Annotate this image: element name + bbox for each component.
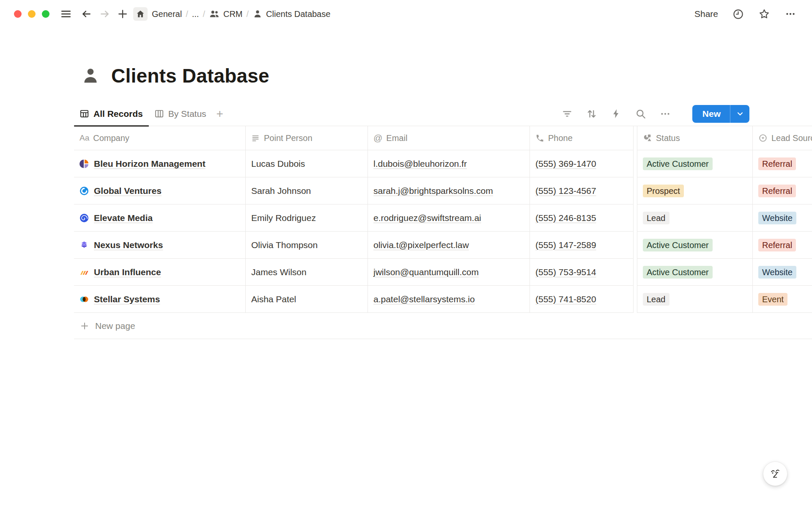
email-link[interactable]: e.rodriguez@swiftstream.ai xyxy=(373,213,481,223)
company-cell[interactable]: Nexus Networks xyxy=(74,232,246,259)
point-person-cell[interactable]: Olivia Thompson xyxy=(246,232,368,259)
zoom-window-button[interactable] xyxy=(42,10,49,18)
sort-icon[interactable] xyxy=(586,108,598,120)
company-cell[interactable]: Bleu Horizon Management xyxy=(74,150,246,177)
notion-ai-face-button[interactable] xyxy=(763,461,787,486)
breadcrumb-label: ... xyxy=(192,9,199,19)
lead-source-cell[interactable]: Website xyxy=(753,204,812,232)
status-cell[interactable]: Active Customer xyxy=(637,259,753,286)
lead-source-cell[interactable]: Referral xyxy=(753,177,812,204)
column-header-email[interactable]: @ Email xyxy=(368,126,530,150)
breadcrumb-item-crm[interactable]: CRM xyxy=(209,8,243,19)
status-cell[interactable]: Prospect xyxy=(637,177,753,204)
table-row[interactable]: Stellar Systems Aisha Patel a.patel@stel… xyxy=(74,286,812,313)
lightning-icon[interactable] xyxy=(610,108,622,120)
page-icon-person[interactable] xyxy=(81,66,100,86)
status-cell[interactable]: Lead xyxy=(637,204,753,232)
phone-cell[interactable]: (555) 369-1470 xyxy=(530,150,634,177)
email-link[interactable]: olivia.t@pixelperfect.law xyxy=(373,240,469,250)
phone-cell[interactable]: (555) 147-2589 xyxy=(530,232,634,259)
point-person-cell[interactable]: Lucas Dubois xyxy=(246,150,368,177)
lead-source-cell[interactable]: Referral xyxy=(753,232,812,259)
company-name-link[interactable]: Urban Influence xyxy=(94,267,161,277)
new-tab-plus-icon[interactable] xyxy=(116,8,129,20)
person-icon xyxy=(252,9,263,19)
back-arrow-icon[interactable] xyxy=(80,8,93,20)
column-header-lead-source[interactable]: Lead Source xyxy=(753,126,812,150)
phone-link[interactable]: (555) 147-2589 xyxy=(535,240,596,250)
updates-clock-icon[interactable] xyxy=(732,8,744,20)
phone-link[interactable]: (555) 753-9514 xyxy=(535,267,596,277)
more-options-icon[interactable] xyxy=(784,8,797,20)
tab-by-status[interactable]: By Status xyxy=(149,102,212,126)
phone-link[interactable]: (555) 246-8135 xyxy=(535,213,596,223)
company-cell[interactable]: Global Ventures xyxy=(74,177,246,204)
email-link[interactable]: jwilson@quantumquill.com xyxy=(373,267,479,277)
point-person-value: James Wilson xyxy=(251,267,307,277)
phone-link[interactable]: (555) 123-4567 xyxy=(535,186,596,196)
email-cell[interactable]: sarah.j@brightsparksolns.com xyxy=(368,177,530,204)
lead-source-cell[interactable]: Website xyxy=(753,259,812,286)
column-header-status[interactable]: Status xyxy=(637,126,753,150)
phone-cell[interactable]: (555) 741-8520 xyxy=(530,286,634,313)
email-cell[interactable]: olivia.t@pixelperfect.law xyxy=(368,232,530,259)
lead-source-cell[interactable]: Event xyxy=(753,286,812,313)
table-row[interactable]: Urban Influence James Wilson jwilson@qua… xyxy=(74,259,812,286)
company-cell[interactable]: Stellar Systems xyxy=(74,286,246,313)
share-button[interactable]: Share xyxy=(694,9,718,19)
chevron-down-icon[interactable] xyxy=(730,105,749,123)
email-link[interactable]: a.patel@stellarsystems.io xyxy=(373,294,475,304)
point-person-cell[interactable]: Emily Rodriguez xyxy=(246,204,368,232)
phone-cell[interactable]: (555) 246-8135 xyxy=(530,204,634,232)
company-name-link[interactable]: Global Ventures xyxy=(94,186,162,196)
column-header-point-person[interactable]: Point Person xyxy=(246,126,368,150)
favorite-star-icon[interactable] xyxy=(758,8,771,20)
lead-source-cell[interactable]: Referral xyxy=(753,150,812,177)
view-more-icon[interactable] xyxy=(659,108,671,120)
company-name-link[interactable]: Elevate Media xyxy=(94,213,153,223)
breadcrumb-item-clients-database[interactable]: Clients Database xyxy=(252,9,330,19)
minimize-window-button[interactable] xyxy=(28,10,36,18)
email-cell[interactable]: e.rodriguez@swiftstream.ai xyxy=(368,204,530,232)
tab-all-records[interactable]: All Records xyxy=(74,102,149,126)
status-cell[interactable]: Active Customer xyxy=(637,150,753,177)
sidebar-menu-icon[interactable] xyxy=(60,8,72,20)
table-row[interactable]: Elevate Media Emily Rodriguez e.rodrigue… xyxy=(74,204,812,232)
table-row[interactable]: Bleu Horizon Management Lucas Dubois l.d… xyxy=(74,150,812,177)
email-link[interactable]: l.dubois@bleuhorizon.fr xyxy=(373,159,467,169)
new-record-button[interactable]: New xyxy=(692,105,749,123)
point-person-cell[interactable]: Aisha Patel xyxy=(246,286,368,313)
column-header-company[interactable]: Aa Company xyxy=(74,126,246,150)
tab-label: All Records xyxy=(93,109,143,119)
company-cell[interactable]: Urban Influence xyxy=(74,259,246,286)
add-view-button[interactable]: + xyxy=(212,107,228,121)
close-window-button[interactable] xyxy=(14,10,22,18)
phone-cell[interactable]: (555) 123-4567 xyxy=(530,177,634,204)
filter-icon[interactable] xyxy=(561,108,573,120)
home-icon[interactable] xyxy=(133,7,148,21)
phone-link[interactable]: (555) 741-8520 xyxy=(535,294,596,304)
status-badge: Lead xyxy=(643,293,669,306)
company-name-link[interactable]: Bleu Horizon Management xyxy=(94,159,206,169)
point-person-cell[interactable]: James Wilson xyxy=(246,259,368,286)
table-row[interactable]: Nexus Networks Olivia Thompson olivia.t@… xyxy=(74,232,812,259)
search-icon[interactable] xyxy=(635,108,647,120)
point-person-cell[interactable]: Sarah Johnson xyxy=(246,177,368,204)
company-name-link[interactable]: Nexus Networks xyxy=(94,240,163,250)
email-link[interactable]: sarah.j@brightsparksolns.com xyxy=(373,186,493,196)
table-row[interactable]: Global Ventures Sarah Johnson sarah.j@br… xyxy=(74,177,812,204)
breadcrumb-item-ellipsis[interactable]: ... xyxy=(192,9,199,19)
column-header-phone[interactable]: Phone xyxy=(530,126,634,150)
email-cell[interactable]: jwilson@quantumquill.com xyxy=(368,259,530,286)
forward-arrow-icon[interactable] xyxy=(99,8,111,20)
status-cell[interactable]: Active Customer xyxy=(637,232,753,259)
status-cell[interactable]: Lead xyxy=(637,286,753,313)
new-page-row[interactable]: New page xyxy=(74,313,812,339)
phone-cell[interactable]: (555) 753-9514 xyxy=(530,259,634,286)
company-cell[interactable]: Elevate Media xyxy=(74,204,246,232)
breadcrumb-item-general[interactable]: General xyxy=(152,9,182,19)
company-name-link[interactable]: Stellar Systems xyxy=(94,294,160,304)
email-cell[interactable]: l.dubois@bleuhorizon.fr xyxy=(368,150,530,177)
phone-link[interactable]: (555) 369-1470 xyxy=(535,159,596,169)
email-cell[interactable]: a.patel@stellarsystems.io xyxy=(368,286,530,313)
